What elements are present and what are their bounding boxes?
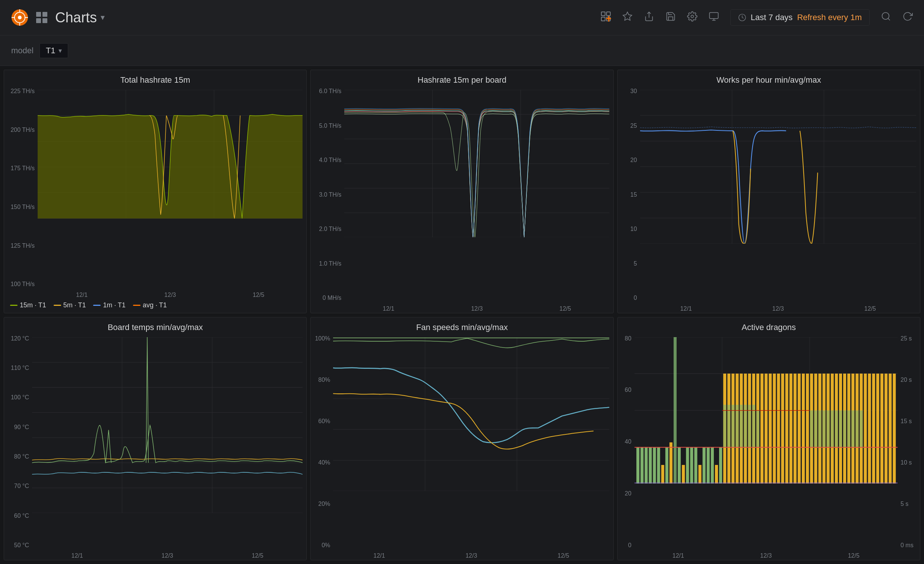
svg-rect-11 [602, 12, 605, 16]
svg-rect-95 [711, 447, 714, 483]
active-dragons-area: 80 60 40 20 0 25 s 20 s 15 s 10 s 5 s 0 … [618, 335, 920, 560]
clock-icon [738, 14, 746, 22]
hashrate-per-board-title: Hashrate 15m per board [311, 70, 613, 88]
svg-rect-144 [740, 405, 742, 447]
svg-rect-113 [785, 373, 788, 483]
x-axis-labels: 12/1 12/3 12/5 [640, 306, 916, 312]
fan-speeds-area: 100% 80% 60% 40% 20% 0% 12/1 12/3 12/5 [311, 335, 613, 560]
svg-rect-133 [868, 373, 871, 483]
svg-rect-13 [602, 17, 605, 21]
x-axis-labels: 12/1 12/3 12/5 [38, 292, 303, 298]
svg-rect-117 [802, 373, 805, 483]
svg-rect-147 [752, 405, 755, 447]
svg-line-25 [888, 18, 890, 20]
svg-rect-138 [889, 373, 892, 483]
svg-rect-84 [665, 447, 668, 483]
svg-point-24 [882, 12, 890, 20]
total-hashrate-panel: Total hashrate 15m 225 TH/s 200 TH/s 175… [4, 70, 307, 313]
svg-rect-159 [851, 410, 854, 447]
svg-rect-81 [653, 447, 656, 483]
temps-svg [32, 337, 303, 513]
svg-rect-92 [698, 465, 701, 483]
refresh-button[interactable] [902, 11, 913, 24]
legend-avg: avg · T1 [133, 302, 167, 309]
svg-rect-134 [872, 373, 875, 483]
page-title[interactable]: Charts ▾ [55, 10, 105, 26]
svg-rect-161 [860, 410, 862, 447]
chart-legend: 15m · T1 5m · T1 1m · T1 avg · T1 [4, 299, 306, 313]
tv-mode-button[interactable] [709, 11, 719, 24]
model-filter-select[interactable]: T1 ▾ [39, 43, 68, 58]
svg-rect-141 [727, 405, 730, 447]
svg-rect-158 [847, 410, 850, 447]
board-temps-panel: Board temps min/avg/max 120 °C 110 °C 10… [4, 317, 307, 561]
svg-rect-107 [760, 373, 764, 483]
hashrate-svg [38, 90, 303, 219]
y-axis-labels: 225 TH/s 200 TH/s 175 TH/s 150 TH/s 125 … [4, 88, 38, 288]
svg-rect-146 [748, 405, 751, 447]
works-svg [640, 90, 916, 244]
works-per-hour-panel: Works per hour min/avg/max 30 25 20 15 1… [617, 70, 920, 313]
svg-rect-136 [880, 373, 884, 483]
svg-rect-143 [735, 405, 738, 447]
x-axis-labels: 12/1 12/3 12/5 [333, 552, 609, 559]
legend-1m: 1m · T1 [93, 302, 126, 309]
active-dragons-title: Active dragons [618, 317, 920, 335]
svg-rect-150 [814, 410, 817, 447]
y-axis-labels: 6.0 TH/s 5.0 TH/s 4.0 TH/s 3.0 TH/s 2.0 … [311, 88, 344, 302]
svg-rect-7 [36, 12, 41, 17]
board-hashrate-svg [344, 90, 609, 237]
x-axis-labels: 12/1 12/3 12/5 [634, 552, 897, 559]
svg-rect-155 [835, 410, 837, 447]
svg-rect-20 [710, 12, 718, 18]
legend-dot [133, 305, 141, 306]
y-axis-labels: 30 25 20 15 10 5 0 [618, 88, 640, 302]
svg-rect-83 [661, 465, 664, 483]
board-temps-area: 120 °C 110 °C 100 °C 90 °C 80 °C 70 °C 6… [4, 335, 306, 560]
svg-rect-118 [806, 373, 809, 483]
svg-rect-82 [657, 447, 660, 483]
svg-rect-108 [765, 373, 768, 483]
svg-rect-137 [885, 373, 888, 483]
legend-5m: 5m · T1 [54, 302, 86, 309]
svg-rect-79 [645, 447, 648, 483]
share-button[interactable] [644, 11, 654, 24]
grafana-logo [11, 9, 28, 26]
add-panel-button[interactable] [601, 11, 611, 24]
svg-rect-142 [731, 405, 734, 447]
svg-rect-132 [864, 373, 867, 483]
legend-dot [93, 305, 100, 306]
svg-rect-140 [723, 405, 726, 447]
filter-label: model [11, 46, 33, 56]
title-dropdown-arrow: ▾ [100, 13, 105, 22]
svg-rect-8 [42, 12, 47, 17]
svg-rect-94 [706, 447, 710, 483]
header-actions: Last 7 days Refresh every 1m [601, 9, 913, 26]
hashrate-per-board-area: 6.0 TH/s 5.0 TH/s 4.0 TH/s 3.0 TH/s 2.0 … [311, 88, 613, 313]
legend-dot [10, 305, 18, 306]
fan-speeds-panel: Fan speeds min/avg/max 100% 80% 60% 40% … [310, 317, 613, 561]
time-range-picker[interactable]: Last 7 days Refresh every 1m [730, 9, 870, 26]
fan-svg [333, 337, 609, 491]
y-axis-labels: 100% 80% 60% 40% 20% 0% [311, 335, 333, 549]
total-hashrate-title: Total hashrate 15m [4, 70, 306, 88]
svg-rect-90 [690, 447, 693, 483]
svg-rect-85 [669, 442, 672, 483]
y-axis-labels: 120 °C 110 °C 100 °C 90 °C 80 °C 70 °C 6… [4, 335, 32, 549]
save-button[interactable] [665, 11, 676, 24]
svg-rect-97 [719, 447, 722, 483]
svg-rect-86 [674, 337, 676, 484]
svg-rect-77 [636, 447, 639, 483]
star-button[interactable] [622, 11, 633, 24]
x-axis-labels: 12/1 12/3 12/5 [32, 552, 303, 559]
search-button[interactable] [881, 11, 891, 24]
x-axis-labels: 12/1 12/3 12/5 [344, 306, 609, 312]
board-temps-title: Board temps min/avg/max [4, 317, 306, 335]
header: Charts ▾ [0, 0, 924, 35]
total-hashrate-area: 225 TH/s 200 TH/s 175 TH/s 150 TH/s 125 … [4, 88, 306, 299]
svg-rect-151 [818, 410, 821, 447]
settings-button[interactable] [687, 11, 698, 24]
svg-rect-91 [694, 447, 697, 483]
hashrate-per-board-panel: Hashrate 15m per board 6.0 TH/s 5.0 TH/s… [310, 70, 613, 313]
svg-rect-149 [810, 410, 813, 447]
